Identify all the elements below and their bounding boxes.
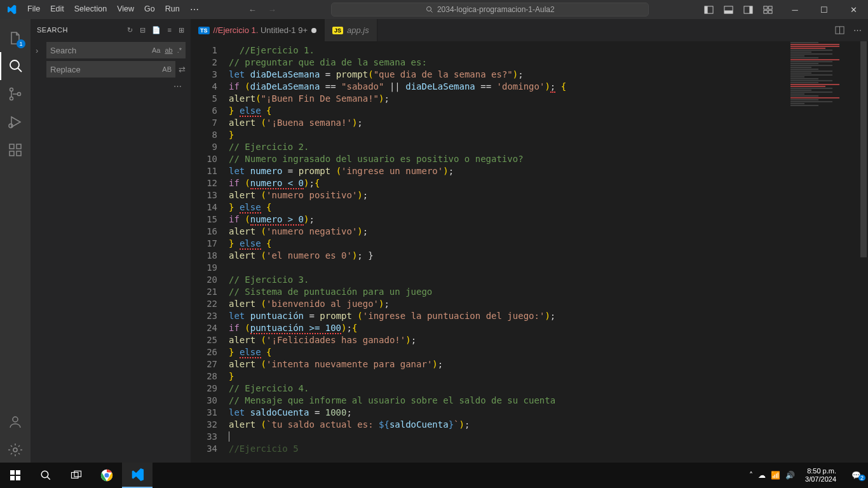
command-center-text: 2034-logica-programacion-1-Aula2 [437, 5, 555, 14]
toggle-panel-bottom-icon[interactable] [724, 5, 733, 15]
expand-icon[interactable]: ≡ [168, 26, 172, 34]
svg-rect-33 [74, 471, 81, 477]
menu-overflow-icon[interactable]: ⋯ [185, 4, 204, 15]
more-options-icon[interactable]: ⋯ [31, 79, 191, 93]
svg-point-15 [10, 97, 13, 100]
svg-line-31 [47, 477, 50, 480]
javascript-icon: JS [332, 27, 343, 34]
search-icon [426, 6, 433, 13]
svg-point-16 [18, 93, 21, 96]
wifi-icon[interactable]: 📶 [771, 471, 780, 480]
svg-rect-26 [10, 470, 15, 475]
menu-file[interactable]: File [22, 4, 45, 15]
editor-more-icon[interactable]: ⋯ [853, 25, 862, 35]
svg-line-13 [18, 68, 22, 72]
svg-rect-27 [16, 470, 20, 475]
task-view-icon[interactable] [61, 463, 92, 488]
toggle-panel-left-icon[interactable] [704, 5, 714, 15]
svg-rect-32 [72, 473, 79, 478]
svg-point-36 [104, 473, 109, 478]
activity-bar [0, 19, 31, 464]
replace-input[interactable]: Replace AB [46, 61, 175, 78]
svg-rect-3 [705, 6, 708, 13]
code-editor[interactable]: 1234567891011121314151617181920212223242… [191, 41, 868, 464]
volume-icon[interactable]: 🔊 [785, 471, 795, 480]
svg-rect-7 [749, 6, 752, 13]
tab-label: app.js [347, 25, 369, 35]
source-control-icon[interactable] [0, 80, 31, 108]
nav-back-icon[interactable]: ← [248, 5, 257, 15]
chrome-app-icon[interactable] [92, 463, 122, 488]
preserve-case-icon[interactable]: AB [162, 65, 172, 73]
window-controls: ─ ☐ ✕ [780, 0, 868, 19]
new-file-icon[interactable]: 📄 [152, 26, 161, 34]
system-clock[interactable]: 8:50 p.m. 3/07/2024 [800, 467, 841, 484]
minimap[interactable] [789, 41, 859, 118]
tab-label: //Ejercicio 1. Untitled-1 9+ [214, 25, 308, 35]
svg-point-23 [13, 448, 17, 452]
onedrive-icon[interactable]: ☁ [758, 471, 766, 480]
search-placeholder: Search [50, 46, 76, 55]
svg-rect-28 [10, 476, 15, 480]
refresh-icon[interactable]: ↻ [127, 26, 133, 34]
replace-placeholder: Replace [50, 65, 81, 74]
minimize-button[interactable]: ─ [780, 0, 810, 19]
svg-point-30 [41, 471, 48, 478]
svg-point-22 [13, 417, 18, 422]
match-word-icon[interactable]: ab [165, 46, 172, 54]
tabs-bar: TS //Ejercicio 1. Untitled-1 9+ JS app.j… [191, 19, 868, 41]
taskbar-search-icon[interactable] [31, 463, 61, 488]
svg-point-0 [426, 7, 431, 11]
svg-rect-11 [768, 10, 772, 13]
menu-view[interactable]: View [112, 4, 139, 15]
accounts-icon[interactable] [0, 408, 31, 436]
explorer-icon[interactable] [0, 24, 31, 52]
replace-all-icon[interactable]: ⇄ [179, 65, 186, 74]
svg-rect-29 [16, 476, 20, 480]
typescript-icon: TS [198, 27, 210, 34]
close-button[interactable]: ✕ [839, 0, 868, 19]
maximize-button[interactable]: ☐ [810, 0, 839, 19]
svg-rect-5 [724, 10, 733, 13]
sidebar-title: SEARCH [37, 26, 68, 34]
svg-rect-21 [17, 144, 21, 149]
titlebar: File Edit Selection View Go Run ⋯ ← → 20… [0, 0, 868, 19]
regex-icon[interactable]: .* [177, 46, 182, 54]
customize-layout-icon[interactable] [763, 5, 773, 15]
vscode-app-icon[interactable] [122, 463, 153, 488]
search-activity-icon[interactable] [0, 52, 31, 80]
search-input[interactable]: Search Aa ab .* [46, 42, 186, 58]
svg-rect-19 [10, 151, 14, 156]
vertical-scrollbar[interactable] [859, 41, 868, 464]
run-debug-icon[interactable] [0, 108, 31, 136]
tray-expand-icon[interactable]: ˄ [749, 471, 753, 480]
settings-gear-icon[interactable] [0, 436, 31, 464]
svg-rect-9 [768, 6, 772, 9]
toggle-panel-right-icon[interactable] [743, 5, 753, 15]
menu-go[interactable]: Go [139, 4, 160, 15]
svg-point-14 [10, 88, 13, 92]
nav-forward-icon[interactable]: → [268, 5, 276, 15]
svg-point-12 [10, 60, 19, 69]
svg-rect-18 [10, 144, 14, 149]
menu-selection[interactable]: Selection [69, 4, 112, 15]
action-center-icon[interactable]: 💬2 [846, 471, 865, 480]
code-content[interactable]: //Ejercicio 1.// preguntar que dia de la… [229, 41, 868, 464]
svg-point-17 [9, 124, 13, 128]
menu-edit[interactable]: Edit [45, 4, 69, 15]
command-center-search[interactable]: 2034-logica-programacion-1-Aula2 [331, 3, 649, 17]
clear-icon[interactable]: ⊟ [140, 26, 146, 34]
tab-ejercicio1[interactable]: TS //Ejercicio 1. Untitled-1 9+ [191, 19, 325, 41]
start-button[interactable] [0, 463, 31, 488]
editor-area: TS //Ejercicio 1. Untitled-1 9+ JS app.j… [191, 19, 868, 464]
toggle-replace-icon[interactable]: › [36, 46, 43, 55]
menu-run[interactable]: Run [160, 4, 185, 15]
collapse-icon[interactable]: ⊞ [179, 26, 185, 34]
tab-appjs[interactable]: JS app.js [325, 19, 377, 41]
svg-rect-10 [764, 10, 768, 13]
svg-rect-20 [17, 151, 21, 156]
split-editor-icon[interactable] [835, 25, 844, 35]
extensions-icon[interactable] [0, 136, 31, 164]
line-numbers: 1234567891011121314151617181920212223242… [191, 41, 229, 464]
match-case-icon[interactable]: Aa [152, 46, 160, 54]
